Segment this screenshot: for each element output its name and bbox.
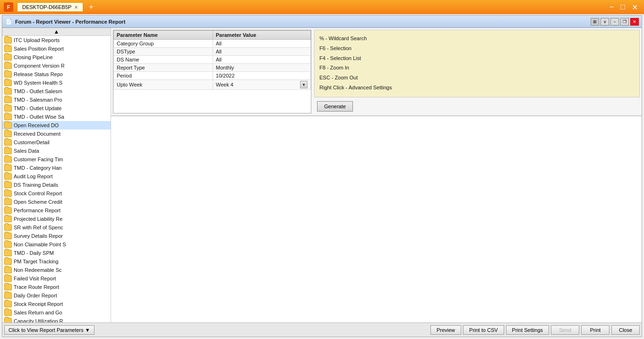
param-name-cell: Category Group [114, 40, 213, 48]
sidebar-item[interactable]: Open Received DO [2, 121, 111, 130]
sidebar-item[interactable]: Survey Details Repor [2, 232, 111, 240]
sidebar-item[interactable]: SR with Ref of Spenc [2, 223, 111, 232]
sidebar-item-label: Non Redeemable Sc [14, 267, 62, 273]
print-to-csv-button[interactable]: Print to CSV [463, 325, 504, 335]
sidebar-item-label: TMD - Outlet Salesm [14, 88, 62, 94]
param-value-cell[interactable]: Week 4▼ [213, 80, 310, 90]
sidebar-item[interactable]: Non Redeemable Sc [2, 266, 111, 274]
sidebar-item-label: Stock Receipt Report [14, 301, 63, 307]
sidebar-item[interactable]: Sales Return and Go [2, 308, 111, 317]
sidebar-item-label: Audit Log Report [14, 174, 53, 179]
sidebar-item-label: PM Target Tracking [14, 259, 59, 264]
sidebar-item[interactable]: ITC Upload Reports [2, 36, 111, 44]
param-value-cell: Monthly [213, 64, 310, 72]
sidebar-item[interactable]: DS Training Details [2, 181, 111, 189]
sidebar-item[interactable]: CustomerDetail [2, 138, 111, 147]
titlebar-close-btn[interactable]: ✕ [629, 2, 640, 13]
sidebar-item[interactable]: Daily Order Report [2, 291, 111, 300]
add-tab-icon[interactable]: + [87, 3, 95, 11]
sidebar-item[interactable]: Closing PipeLine [2, 53, 111, 61]
sidebar-item[interactable]: TMD - Outlet Wise Sa [2, 113, 111, 121]
folder-icon [4, 275, 12, 282]
print-button[interactable]: Print [581, 325, 610, 335]
sidebar-item[interactable]: Open Scheme Credit [2, 198, 111, 206]
folder-icon [4, 130, 12, 137]
sidebar-item[interactable]: Stock Receipt Report [2, 300, 111, 308]
sidebar-item[interactable]: Stock Control Report [2, 189, 111, 198]
view-params-button[interactable]: Click to View Report Parameters ▼ [4, 325, 94, 335]
info-panel-line: Right Click - Advanced Settings [319, 83, 635, 93]
sidebar-item[interactable]: TMD - Category Han [2, 164, 111, 172]
sidebar-item-label: ITC Upload Reports [14, 37, 60, 43]
sidebar-item[interactable]: Capacity Utilization R [2, 317, 111, 322]
sidebar-item[interactable]: TMD - Outlet Update [2, 104, 111, 113]
sidebar-item[interactable]: Sales Data [2, 147, 111, 155]
window-min-btn[interactable]: − [610, 18, 619, 26]
sidebar-item[interactable]: Sales Position Report [2, 44, 111, 53]
titlebar-right-controls: − □ ✕ [607, 2, 640, 13]
window-close-btn[interactable]: ✕ [630, 18, 639, 26]
view-params-label: Click to View Report Parameters [9, 327, 84, 333]
sidebar-item[interactable]: Trace Route Report [2, 283, 111, 291]
sidebar-item-label: TMD - Outlet Wise Sa [14, 114, 64, 120]
sidebar-item[interactable]: Failed Visit Report [2, 274, 111, 283]
window-grid-btn[interactable]: ⊞ [591, 18, 599, 26]
titlebar-max-btn[interactable]: □ [618, 2, 627, 12]
sidebar-item[interactable]: PM Target Tracking [2, 257, 111, 266]
info-panel-line: F4 - Selection List [319, 54, 635, 63]
folder-icon [4, 122, 12, 129]
folder-icon [4, 156, 12, 163]
close-button[interactable]: Close [611, 325, 640, 335]
sidebar-item[interactable]: TMD - Outlet Salesm [2, 87, 111, 96]
sidebar-item-label: DS Training Details [14, 182, 58, 188]
dropdown-cell[interactable]: Week 4▼ [216, 81, 308, 88]
folder-icon [4, 88, 12, 95]
titlebar-min-btn[interactable]: − [607, 2, 616, 12]
table-row[interactable]: DS NameAll [114, 56, 311, 64]
info-panel-line: ESC - Zoom Out [319, 73, 635, 83]
sidebar-list: ITC Upload ReportsSales Position ReportC… [2, 36, 111, 322]
window-expand-btn[interactable]: ∨ [601, 18, 609, 26]
folder-icon [4, 182, 12, 188]
sidebar-item-label: Closing PipeLine [14, 54, 53, 60]
folder-icon [4, 250, 12, 256]
table-row[interactable]: Category GroupAll [114, 40, 311, 48]
preview-button[interactable]: Preview [430, 325, 461, 335]
sidebar-item[interactable]: Audit Log Report [2, 172, 111, 181]
folder-icon [4, 62, 12, 69]
sidebar-item[interactable]: Received Document [2, 130, 111, 138]
print-settings-button[interactable]: Print Settings [506, 325, 549, 335]
sidebar-item[interactable]: WD System Health S [2, 78, 111, 87]
dropdown-arrow-icon[interactable]: ▼ [300, 81, 308, 88]
sidebar-item[interactable]: TMD - Daily SPM [2, 249, 111, 257]
sidebar-item[interactable]: Projected Liability Re [2, 215, 111, 223]
sidebar-scroll-up[interactable]: ▲ [2, 28, 111, 36]
sidebar-item[interactable]: Customer Facing Tim [2, 155, 111, 164]
sidebar-item[interactable]: Component Version R [2, 61, 111, 70]
sidebar-item[interactable]: TMD - Salesman Pro [2, 96, 111, 104]
param-name-cell: Report Type [114, 64, 213, 72]
folder-icon [4, 241, 12, 248]
tab-desktop[interactable]: DESKTOP-D66EB5P ✕ [17, 2, 83, 12]
sidebar-item[interactable]: Performance Report [2, 206, 111, 215]
sidebar-item[interactable]: Release Status Repo [2, 70, 111, 78]
sidebar-item-label: Component Version R [14, 63, 65, 69]
param-name-cell: DS Name [114, 56, 213, 64]
generate-button[interactable]: Generate [317, 101, 353, 112]
sidebar-item[interactable]: Non Claimable Point S [2, 240, 111, 249]
sidebar-item-label: Capacity Utilization R [14, 318, 63, 322]
sidebar-item-label: Stock Control Report [14, 191, 62, 196]
table-row[interactable]: Upto WeekWeek 4▼ [114, 80, 311, 90]
window-restore-btn[interactable]: ❐ [620, 18, 629, 26]
table-row[interactable]: DSTypeAll [114, 48, 311, 56]
table-row[interactable]: Report TypeMonthly [114, 64, 311, 72]
title-bar: F DESKTOP-D66EB5P ✕ + − □ ✕ [0, 0, 644, 14]
folder-icon [4, 96, 12, 103]
table-row[interactable]: Period10/2022 [114, 72, 311, 80]
sidebar-item-label: Sales Position Report [14, 46, 64, 52]
sidebar-item-label: Survey Details Repor [14, 233, 63, 239]
main-window: 📄 Forum - Report Viewer - Performance Re… [2, 15, 642, 337]
sidebar-item-label: SR with Ref of Spenc [14, 225, 63, 230]
sidebar-item-label: Release Status Repo [14, 71, 63, 77]
tab-close-icon[interactable]: ✕ [74, 5, 78, 10]
